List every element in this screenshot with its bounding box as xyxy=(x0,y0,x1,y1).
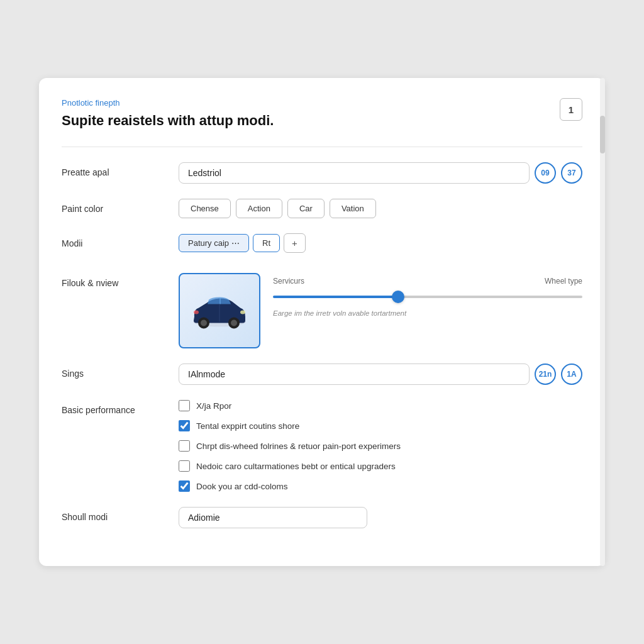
shoull-modi-label: Shoull modi xyxy=(62,507,169,522)
preatte-apal-select-wrapper: Ledstriol 09 37 xyxy=(179,162,582,184)
model-tab-add[interactable]: + xyxy=(284,233,306,253)
basic-performance-control: X/ja Rpor Tental exppirt coutins shore C… xyxy=(179,400,582,492)
checkbox-row-4: Dook you ar cdd-coloms xyxy=(179,480,582,492)
paint-btn-0[interactable]: Chense xyxy=(179,199,231,218)
paint-color-buttons: Chense Action Car Vation xyxy=(179,199,582,218)
scroll-thumb[interactable] xyxy=(600,116,605,153)
slider-right-label: Wheel type xyxy=(545,277,582,286)
scrollbar[interactable] xyxy=(600,78,605,566)
shoull-modi-control: Adiomie xyxy=(179,507,582,528)
preatte-apal-label: Preatte apal xyxy=(62,162,169,177)
checkbox-label-1: Tental exppirt coutins shore xyxy=(196,421,299,431)
checkbox-label-2: Chrpt dis-wheed folrines & retuor pain-p… xyxy=(196,441,401,451)
svg-point-5 xyxy=(231,320,237,326)
checkbox-label-4: Dook you ar cdd-coloms xyxy=(196,482,288,491)
checkbox-row-2: Chrpt dis-wheed folrines & retuor pain-p… xyxy=(179,440,582,452)
paint-btn-3[interactable]: Vation xyxy=(330,199,376,218)
paint-color-label: Paint color xyxy=(62,199,169,214)
paint-btn-2[interactable]: Car xyxy=(287,199,325,218)
basic-performance-row: Basic performance X/ja Rpor Tental exppi… xyxy=(62,400,582,492)
car-image xyxy=(185,289,254,333)
shoull-modi-select-wrapper: Adiomie xyxy=(179,507,582,528)
preatte-apal-row: Preatte apal Ledstriol 09 37 xyxy=(62,162,582,184)
filouk-row: Filouk & nview xyxy=(62,273,582,348)
filouk-label: Filouk & nview xyxy=(62,273,169,288)
main-card: Pnotlotic finepth Supite reaistels with … xyxy=(39,78,605,566)
shoull-modi-select[interactable]: Adiomie xyxy=(179,507,367,528)
checkbox-row-3: Nedoic caro cultarmationes bebt or entic… xyxy=(179,460,582,472)
checkbox-3[interactable] xyxy=(179,460,190,472)
checkbox-label-0: X/ja Rpor xyxy=(196,401,231,411)
svg-point-3 xyxy=(201,320,207,326)
modii-label: Modii xyxy=(62,233,169,248)
sings-badge2: 1A xyxy=(561,364,582,385)
checkbox-label-3: Nedoic caro cultarmationes bebt or entic… xyxy=(196,462,396,471)
svg-point-8 xyxy=(194,311,199,314)
model-content: Servicurs Wheel type Earge im the irretr… xyxy=(179,273,582,348)
divider-top xyxy=(62,147,582,147)
filouk-control: Servicurs Wheel type Earge im the irretr… xyxy=(179,273,582,348)
model-tabs: Patury caip ⋯ Rt + xyxy=(179,233,582,253)
model-tab-0-label: Patury caip xyxy=(188,238,229,248)
slider-track xyxy=(273,291,582,303)
car-thumbnail xyxy=(179,273,260,348)
paint-color-row: Paint color Chense Action Car Vation xyxy=(62,199,582,218)
modii-control: Patury caip ⋯ Rt + xyxy=(179,233,582,258)
checkbox-1[interactable] xyxy=(179,420,190,431)
breadcrumb[interactable]: Pnotlotic finepth xyxy=(62,98,582,108)
basic-performance-label: Basic performance xyxy=(62,400,169,415)
sings-row: Sings IAlnmode 21n 1A xyxy=(62,364,582,385)
model-tab-1[interactable]: Rt xyxy=(253,234,280,252)
checkbox-4[interactable] xyxy=(179,480,190,492)
sings-select[interactable]: IAlnmode xyxy=(179,364,530,385)
sings-badge1: 21n xyxy=(535,364,556,385)
model-tab-1-label: Rt xyxy=(262,238,270,248)
page-title: Supite reaistels with attup modi. xyxy=(62,113,582,129)
checkbox-row-1: Tental exppirt coutins shore xyxy=(179,420,582,431)
shoull-modi-row: Shoull modi Adiomie xyxy=(62,507,582,528)
slider-left-label: Servicurs xyxy=(273,277,304,286)
preatte-apal-control: Ledstriol 09 37 xyxy=(179,162,582,184)
checkbox-2[interactable] xyxy=(179,440,190,452)
slider-hint: Earge im the irretr voln avable tortartm… xyxy=(273,309,582,317)
sings-control: IAlnmode 21n 1A xyxy=(179,364,582,385)
model-tab-0[interactable]: Patury caip ⋯ xyxy=(179,234,249,252)
checkbox-row-0: X/ja Rpor xyxy=(179,400,582,411)
preatte-apal-badge1: 09 xyxy=(535,162,556,184)
sings-select-wrapper: IAlnmode 21n 1A xyxy=(179,364,582,385)
sings-label: Sings xyxy=(62,364,169,379)
preatte-apal-select[interactable]: Ledstriol xyxy=(179,162,530,184)
svg-point-7 xyxy=(240,311,245,314)
modii-row: Modii Patury caip ⋯ Rt + xyxy=(62,233,582,258)
checkbox-group: X/ja Rpor Tental exppirt coutins shore C… xyxy=(179,400,582,492)
paint-color-control: Chense Action Car Vation xyxy=(179,199,582,218)
dots-icon: ⋯ xyxy=(231,238,240,248)
slider-labels: Servicurs Wheel type xyxy=(273,277,582,286)
slider-input[interactable] xyxy=(273,296,582,298)
slider-section: Servicurs Wheel type Earge im the irretr… xyxy=(273,273,582,317)
step-badge: 1 xyxy=(560,98,582,121)
checkbox-0[interactable] xyxy=(179,400,190,411)
preatte-apal-badge2: 37 xyxy=(561,162,582,184)
paint-btn-1[interactable]: Action xyxy=(236,199,282,218)
